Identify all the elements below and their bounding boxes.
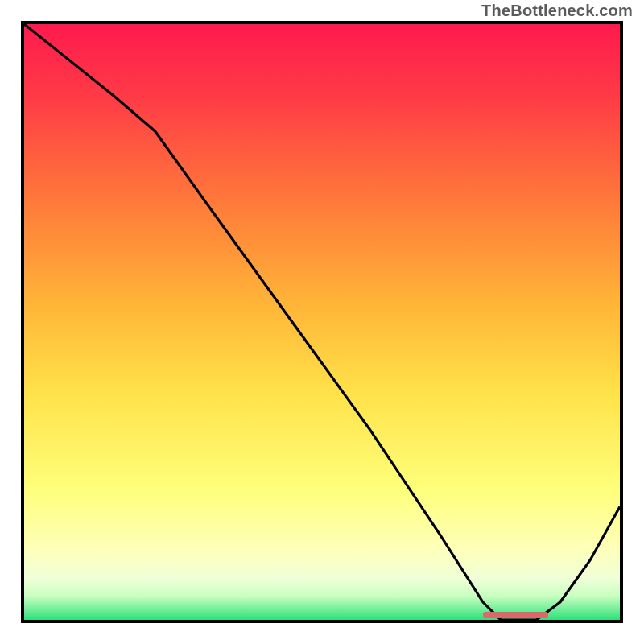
bottleneck-curve [24, 24, 620, 620]
chart-container: TheBottleneck.com [0, 0, 644, 644]
plot-frame [21, 21, 623, 623]
watermark-text: TheBottleneck.com [481, 2, 633, 20]
optimal-range-marker [483, 612, 548, 618]
